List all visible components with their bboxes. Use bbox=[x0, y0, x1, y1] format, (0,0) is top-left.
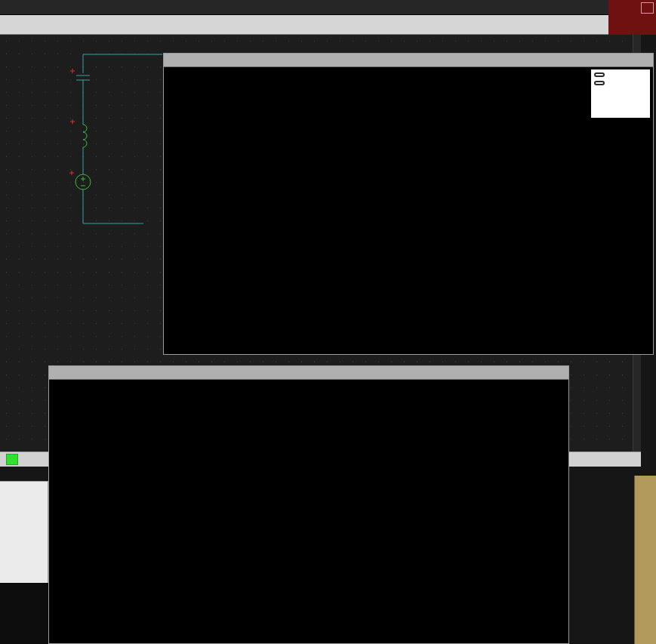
plot-button-panel bbox=[591, 69, 650, 118]
waveform-titlebar[interactable] bbox=[164, 54, 653, 67]
legend-line-b bbox=[185, 87, 215, 88]
snap-value[interactable] bbox=[6, 454, 18, 465]
ngspice-terminal[interactable] bbox=[49, 380, 568, 643]
xschem-titlebar[interactable] bbox=[0, 0, 641, 15]
plot-area bbox=[164, 67, 653, 354]
quit-button[interactable] bbox=[594, 72, 605, 77]
wires bbox=[76, 54, 162, 223]
hardcopy-button[interactable] bbox=[594, 81, 605, 85]
ngspice-titlebar[interactable] bbox=[49, 366, 568, 380]
inductor-symbol[interactable] bbox=[83, 125, 87, 147]
xschem-menubar bbox=[0, 15, 641, 35]
waveform-window bbox=[163, 53, 654, 355]
legend-line-c bbox=[343, 80, 370, 82]
waveform-canvas bbox=[189, 112, 564, 321]
desktop bbox=[0, 0, 656, 644]
background-window bbox=[634, 476, 656, 644]
pin-plus-marks bbox=[69, 69, 75, 175]
close-icon[interactable] bbox=[641, 2, 654, 14]
background-window-titlebar bbox=[608, 0, 656, 35]
background-dialog bbox=[0, 481, 48, 583]
background-terminal bbox=[0, 583, 48, 644]
legend-line-a bbox=[343, 93, 370, 94]
ngspice-window bbox=[48, 365, 569, 644]
